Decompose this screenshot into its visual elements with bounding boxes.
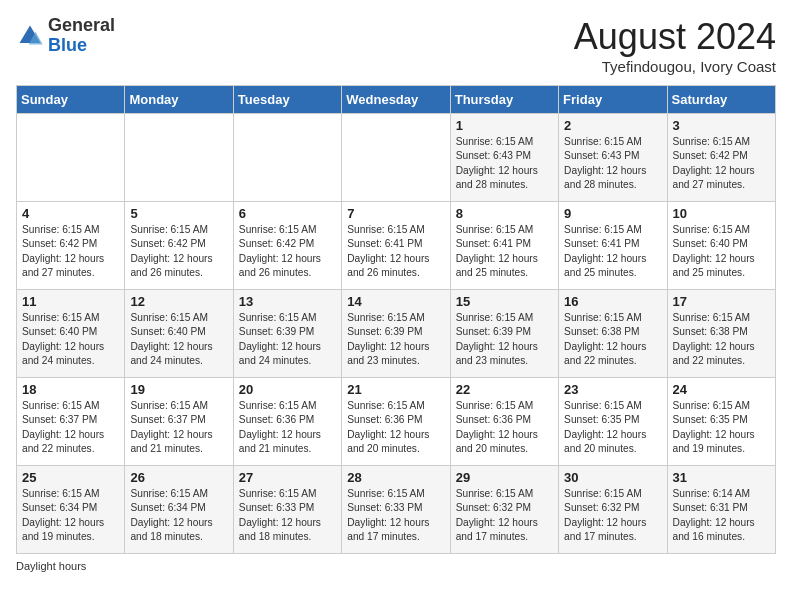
calendar-day: 22Sunrise: 6:15 AM Sunset: 6:36 PM Dayli… [450, 378, 558, 466]
day-number: 27 [239, 470, 336, 485]
calendar-day: 17Sunrise: 6:15 AM Sunset: 6:38 PM Dayli… [667, 290, 775, 378]
day-number: 25 [22, 470, 119, 485]
day-number: 9 [564, 206, 661, 221]
calendar-day: 24Sunrise: 6:15 AM Sunset: 6:35 PM Dayli… [667, 378, 775, 466]
header: General Blue August 2024 Tyefindougou, I… [16, 16, 776, 75]
day-info: Sunrise: 6:15 AM Sunset: 6:32 PM Dayligh… [564, 487, 661, 544]
day-header-monday: Monday [125, 86, 233, 114]
day-info: Sunrise: 6:15 AM Sunset: 6:34 PM Dayligh… [22, 487, 119, 544]
day-number: 6 [239, 206, 336, 221]
calendar-day: 3Sunrise: 6:15 AM Sunset: 6:42 PM Daylig… [667, 114, 775, 202]
day-info: Sunrise: 6:15 AM Sunset: 6:42 PM Dayligh… [239, 223, 336, 280]
day-number: 14 [347, 294, 444, 309]
day-number: 29 [456, 470, 553, 485]
calendar-day: 19Sunrise: 6:15 AM Sunset: 6:37 PM Dayli… [125, 378, 233, 466]
day-info: Sunrise: 6:15 AM Sunset: 6:35 PM Dayligh… [673, 399, 770, 456]
logo: General Blue [16, 16, 115, 56]
day-header-saturday: Saturday [667, 86, 775, 114]
calendar-header: SundayMondayTuesdayWednesdayThursdayFrid… [17, 86, 776, 114]
calendar-day: 30Sunrise: 6:15 AM Sunset: 6:32 PM Dayli… [559, 466, 667, 554]
calendar-day [17, 114, 125, 202]
calendar-week-5: 25Sunrise: 6:15 AM Sunset: 6:34 PM Dayli… [17, 466, 776, 554]
day-number: 23 [564, 382, 661, 397]
day-number: 19 [130, 382, 227, 397]
day-info: Sunrise: 6:15 AM Sunset: 6:38 PM Dayligh… [673, 311, 770, 368]
day-number: 16 [564, 294, 661, 309]
calendar-week-4: 18Sunrise: 6:15 AM Sunset: 6:37 PM Dayli… [17, 378, 776, 466]
day-info: Sunrise: 6:15 AM Sunset: 6:37 PM Dayligh… [130, 399, 227, 456]
day-number: 17 [673, 294, 770, 309]
day-info: Sunrise: 6:14 AM Sunset: 6:31 PM Dayligh… [673, 487, 770, 544]
calendar-day: 7Sunrise: 6:15 AM Sunset: 6:41 PM Daylig… [342, 202, 450, 290]
day-number: 31 [673, 470, 770, 485]
calendar-day: 11Sunrise: 6:15 AM Sunset: 6:40 PM Dayli… [17, 290, 125, 378]
day-number: 10 [673, 206, 770, 221]
day-number: 2 [564, 118, 661, 133]
day-number: 3 [673, 118, 770, 133]
logo-icon [16, 22, 44, 50]
logo-text: General Blue [48, 16, 115, 56]
calendar-day: 21Sunrise: 6:15 AM Sunset: 6:36 PM Dayli… [342, 378, 450, 466]
day-number: 8 [456, 206, 553, 221]
day-header-sunday: Sunday [17, 86, 125, 114]
location-subtitle: Tyefindougou, Ivory Coast [574, 58, 776, 75]
calendar-day: 16Sunrise: 6:15 AM Sunset: 6:38 PM Dayli… [559, 290, 667, 378]
day-info: Sunrise: 6:15 AM Sunset: 6:36 PM Dayligh… [347, 399, 444, 456]
calendar-week-3: 11Sunrise: 6:15 AM Sunset: 6:40 PM Dayli… [17, 290, 776, 378]
day-info: Sunrise: 6:15 AM Sunset: 6:39 PM Dayligh… [239, 311, 336, 368]
page-container: General Blue August 2024 Tyefindougou, I… [16, 16, 776, 572]
day-number: 28 [347, 470, 444, 485]
calendar-day: 20Sunrise: 6:15 AM Sunset: 6:36 PM Dayli… [233, 378, 341, 466]
day-info: Sunrise: 6:15 AM Sunset: 6:42 PM Dayligh… [130, 223, 227, 280]
calendar-day: 4Sunrise: 6:15 AM Sunset: 6:42 PM Daylig… [17, 202, 125, 290]
day-info: Sunrise: 6:15 AM Sunset: 6:40 PM Dayligh… [673, 223, 770, 280]
day-info: Sunrise: 6:15 AM Sunset: 6:40 PM Dayligh… [130, 311, 227, 368]
day-info: Sunrise: 6:15 AM Sunset: 6:39 PM Dayligh… [347, 311, 444, 368]
day-info: Sunrise: 6:15 AM Sunset: 6:41 PM Dayligh… [564, 223, 661, 280]
title-block: August 2024 Tyefindougou, Ivory Coast [574, 16, 776, 75]
calendar-week-2: 4Sunrise: 6:15 AM Sunset: 6:42 PM Daylig… [17, 202, 776, 290]
day-number: 21 [347, 382, 444, 397]
calendar-day: 10Sunrise: 6:15 AM Sunset: 6:40 PM Dayli… [667, 202, 775, 290]
day-info: Sunrise: 6:15 AM Sunset: 6:42 PM Dayligh… [22, 223, 119, 280]
day-info: Sunrise: 6:15 AM Sunset: 6:36 PM Dayligh… [239, 399, 336, 456]
calendar-day: 18Sunrise: 6:15 AM Sunset: 6:37 PM Dayli… [17, 378, 125, 466]
calendar-day [342, 114, 450, 202]
calendar-table: SundayMondayTuesdayWednesdayThursdayFrid… [16, 85, 776, 554]
day-info: Sunrise: 6:15 AM Sunset: 6:39 PM Dayligh… [456, 311, 553, 368]
day-info: Sunrise: 6:15 AM Sunset: 6:40 PM Dayligh… [22, 311, 119, 368]
calendar-day: 15Sunrise: 6:15 AM Sunset: 6:39 PM Dayli… [450, 290, 558, 378]
daylight-label: Daylight hours [16, 560, 86, 572]
calendar-day: 2Sunrise: 6:15 AM Sunset: 6:43 PM Daylig… [559, 114, 667, 202]
day-number: 7 [347, 206, 444, 221]
calendar-day: 29Sunrise: 6:15 AM Sunset: 6:32 PM Dayli… [450, 466, 558, 554]
day-number: 11 [22, 294, 119, 309]
calendar-day: 25Sunrise: 6:15 AM Sunset: 6:34 PM Dayli… [17, 466, 125, 554]
day-number: 13 [239, 294, 336, 309]
day-info: Sunrise: 6:15 AM Sunset: 6:43 PM Dayligh… [456, 135, 553, 192]
calendar-day: 23Sunrise: 6:15 AM Sunset: 6:35 PM Dayli… [559, 378, 667, 466]
day-number: 18 [22, 382, 119, 397]
day-number: 15 [456, 294, 553, 309]
calendar-day: 31Sunrise: 6:14 AM Sunset: 6:31 PM Dayli… [667, 466, 775, 554]
day-info: Sunrise: 6:15 AM Sunset: 6:41 PM Dayligh… [347, 223, 444, 280]
day-number: 20 [239, 382, 336, 397]
calendar-day: 5Sunrise: 6:15 AM Sunset: 6:42 PM Daylig… [125, 202, 233, 290]
day-number: 22 [456, 382, 553, 397]
calendar-day: 6Sunrise: 6:15 AM Sunset: 6:42 PM Daylig… [233, 202, 341, 290]
calendar-day: 14Sunrise: 6:15 AM Sunset: 6:39 PM Dayli… [342, 290, 450, 378]
calendar-day: 9Sunrise: 6:15 AM Sunset: 6:41 PM Daylig… [559, 202, 667, 290]
day-info: Sunrise: 6:15 AM Sunset: 6:37 PM Dayligh… [22, 399, 119, 456]
day-number: 4 [22, 206, 119, 221]
calendar-day: 13Sunrise: 6:15 AM Sunset: 6:39 PM Dayli… [233, 290, 341, 378]
day-header-thursday: Thursday [450, 86, 558, 114]
calendar-day: 8Sunrise: 6:15 AM Sunset: 6:41 PM Daylig… [450, 202, 558, 290]
calendar-day: 28Sunrise: 6:15 AM Sunset: 6:33 PM Dayli… [342, 466, 450, 554]
day-info: Sunrise: 6:15 AM Sunset: 6:33 PM Dayligh… [347, 487, 444, 544]
day-info: Sunrise: 6:15 AM Sunset: 6:41 PM Dayligh… [456, 223, 553, 280]
header-row: SundayMondayTuesdayWednesdayThursdayFrid… [17, 86, 776, 114]
day-info: Sunrise: 6:15 AM Sunset: 6:36 PM Dayligh… [456, 399, 553, 456]
calendar-day: 1Sunrise: 6:15 AM Sunset: 6:43 PM Daylig… [450, 114, 558, 202]
day-info: Sunrise: 6:15 AM Sunset: 6:43 PM Dayligh… [564, 135, 661, 192]
day-info: Sunrise: 6:15 AM Sunset: 6:32 PM Dayligh… [456, 487, 553, 544]
